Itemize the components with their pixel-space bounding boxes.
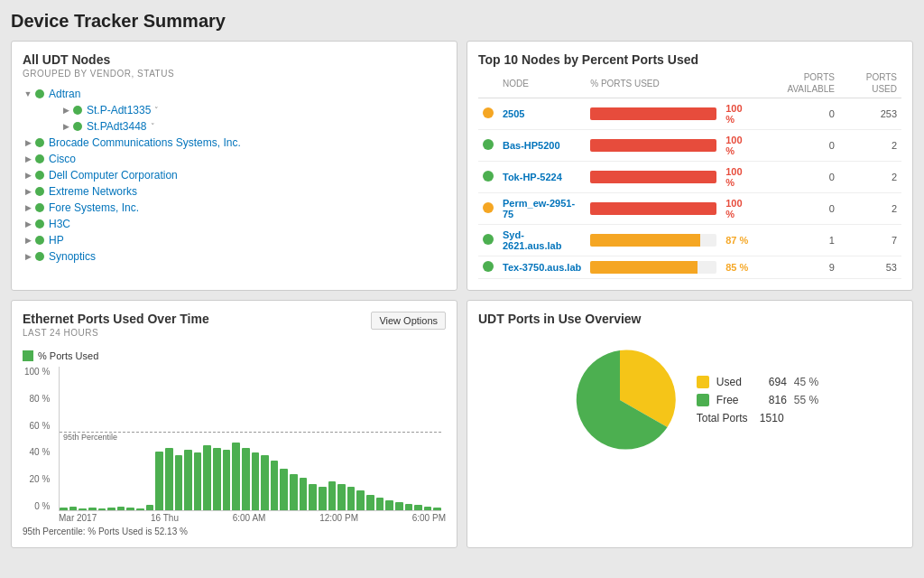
- tree-item-dell[interactable]: ▶ Dell Computer Corporation: [23, 167, 446, 183]
- tree-label-st-padt3448[interactable]: St.PAdt3448: [87, 120, 147, 133]
- bar-item: [395, 502, 403, 510]
- bar-item: [194, 452, 202, 510]
- bar-item: [175, 455, 183, 510]
- bar-item: [290, 474, 298, 511]
- bar-fill: [590, 139, 716, 152]
- tree-label-cisco[interactable]: Cisco: [49, 153, 76, 165]
- bar-item: [232, 443, 240, 510]
- col-node: [478, 69, 498, 98]
- bar-item: [376, 498, 384, 511]
- tree-item-hp[interactable]: ▶ HP: [23, 232, 446, 248]
- y-axis-labels: 100 % 80 % 60 % 40 % 20 % 0 %: [24, 367, 50, 511]
- chart-area: 95th Percentile: [59, 367, 441, 511]
- ports-used-cell: 7: [839, 225, 901, 256]
- tree-item-adtran[interactable]: ▼ Adtran: [23, 86, 446, 102]
- toggle-adtran[interactable]: ▼: [23, 89, 33, 99]
- node-name-link[interactable]: Bas-HP5200: [503, 140, 560, 151]
- bar-container: [590, 234, 716, 247]
- pie-pct-used: 45 %: [794, 376, 818, 388]
- tree-item-st-padt3448[interactable]: ▶ St.PAdt3448 ˅: [35, 118, 446, 135]
- y-40: 40 %: [30, 447, 51, 457]
- tree-item-extreme[interactable]: ▶ Extreme Networks: [23, 183, 446, 200]
- tree-label-brocade[interactable]: Brocade Communications Systems, Inc.: [49, 136, 241, 149]
- tree-item-fore[interactable]: ▶ Fore Systems, Inc.: [23, 200, 446, 216]
- tree-item-st-p-adt1335[interactable]: ▶ St.P-Adt1335 ˅: [35, 102, 446, 118]
- tree-label-h3c[interactable]: H3C: [49, 218, 70, 230]
- x-axis: Mar 2017 16 Thu 6:00 AM 12:00 PM 6:00 PM: [59, 513, 446, 523]
- bar-item: [300, 478, 308, 510]
- tree-label-synoptics[interactable]: Synoptics: [49, 250, 96, 263]
- node-name-link[interactable]: Perm_ew-2951-75: [503, 198, 575, 219]
- toggle-hp[interactable]: ▶: [23, 235, 33, 246]
- toggle-h3c[interactable]: ▶: [23, 219, 33, 229]
- ports-avail-cell: 0: [756, 193, 839, 225]
- bar-item: [309, 484, 317, 510]
- y-20: 20 %: [30, 474, 51, 484]
- tree-label-hp[interactable]: HP: [49, 234, 64, 247]
- toggle-cisco[interactable]: ▶: [23, 154, 33, 164]
- tree-item-synoptics[interactable]: ▶ Synoptics: [23, 248, 446, 265]
- bar-item: [117, 507, 125, 510]
- bar-container: [590, 261, 716, 274]
- toggle-fore[interactable]: ▶: [23, 202, 33, 213]
- bar-cell: [586, 225, 721, 256]
- pie-chart: [561, 341, 679, 459]
- bar-container: [590, 139, 716, 152]
- x-6pm: 6:00 PM: [412, 513, 446, 523]
- col-node-label: NODE: [498, 69, 586, 98]
- pct-label: 85 %: [725, 262, 748, 273]
- status-dot-st-p-adt1335: [73, 106, 82, 115]
- all-udt-nodes-panel: All UDT Nodes GROUPED BY VENDOR, STATUS …: [11, 41, 457, 291]
- tree-item-h3c[interactable]: ▶ H3C: [23, 216, 446, 232]
- bar-item: [69, 507, 78, 510]
- bar-item: [165, 448, 173, 511]
- tree-label-extreme[interactable]: Extreme Networks: [49, 185, 137, 198]
- bar-item: [252, 452, 260, 510]
- tree-label-dell[interactable]: Dell Computer Corporation: [49, 169, 178, 182]
- node-name-link[interactable]: Tok-HP-5224: [503, 172, 562, 182]
- col-bar: [721, 69, 756, 98]
- chart-title: Ethernet Ports Used Over Time: [23, 312, 209, 326]
- view-options-button[interactable]: View Options: [371, 312, 446, 330]
- bar-item: [337, 484, 346, 510]
- tree-label-adtran[interactable]: Adtran: [49, 88, 80, 100]
- node-name-link[interactable]: 2505: [503, 108, 524, 119]
- toggle-st-p-adt1335[interactable]: ▶: [60, 105, 71, 116]
- pie-val-used: 694: [755, 376, 787, 388]
- toggle-st-padt3448[interactable]: ▶: [60, 121, 71, 132]
- tree-item-cisco[interactable]: ▶ Cisco: [23, 151, 446, 167]
- tree-label-fore[interactable]: Fore Systems, Inc.: [49, 201, 139, 214]
- table-row: Syd-2621.aus.lab 87 % 1 7: [478, 225, 901, 256]
- bar-item: [242, 448, 250, 511]
- bar-item: [280, 469, 288, 510]
- ethernet-chart-panel: Ethernet Ports Used Over Time LAST 24 HO…: [11, 300, 457, 548]
- pct-cell: 100 %: [721, 98, 756, 130]
- ports-used-cell: 253: [839, 98, 901, 130]
- pct-label: 100 %: [725, 198, 742, 219]
- pie-legend-free-row: Free 816 55 %: [697, 394, 818, 406]
- percentile-line: 95th Percentile: [60, 432, 441, 433]
- bar-item: [261, 455, 269, 510]
- bar-item: [433, 508, 441, 510]
- bar-item: [405, 504, 413, 510]
- toggle-brocade[interactable]: ▶: [23, 137, 33, 148]
- bar-item: [88, 508, 97, 510]
- table-row: 2505 100 % 0 253: [478, 98, 901, 130]
- status-icon-cell: [478, 130, 498, 162]
- chart-legend: % Ports Used: [23, 350, 446, 361]
- ports-avail-cell: 9: [756, 256, 839, 279]
- tree-label-st-p-adt1335[interactable]: St.P-Adt1335: [87, 104, 151, 117]
- pie-total-label: Total Ports: [697, 412, 748, 424]
- pct-label: 100 %: [725, 103, 742, 125]
- pct-cell: 87 %: [721, 225, 756, 256]
- toggle-dell[interactable]: ▶: [23, 170, 33, 181]
- ports-avail-cell: 0: [756, 162, 839, 193]
- x-6am: 6:00 AM: [233, 513, 266, 523]
- tree-item-brocade[interactable]: ▶ Brocade Communications Systems, Inc.: [23, 135, 446, 151]
- pie-total-val: 1510: [760, 412, 784, 424]
- pie-total-row: Total Ports 1510: [697, 412, 818, 424]
- node-name-link[interactable]: Tex-3750.aus.lab: [503, 262, 581, 273]
- node-name-link[interactable]: Syd-2621.aus.lab: [503, 229, 561, 251]
- toggle-extreme[interactable]: ▶: [23, 186, 33, 197]
- toggle-synoptics[interactable]: ▶: [23, 251, 33, 262]
